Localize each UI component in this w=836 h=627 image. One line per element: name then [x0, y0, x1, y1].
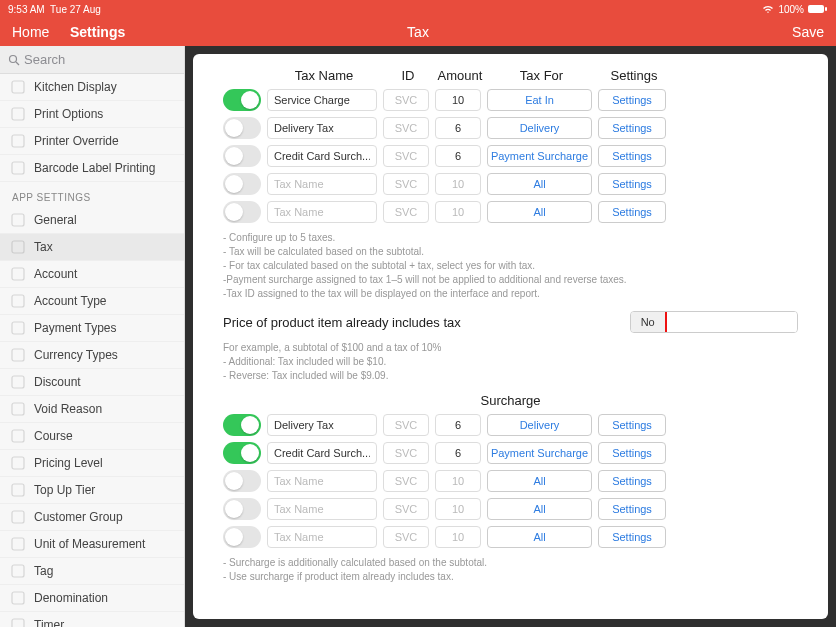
sidebar-item[interactable]: Denomination: [0, 585, 184, 612]
tax-toggle[interactable]: [223, 442, 261, 464]
sidebar-item[interactable]: Customer Group: [0, 504, 184, 531]
sidebar-item[interactable]: Printer Override: [0, 128, 184, 155]
sidebar-item[interactable]: Kitchen Display: [0, 74, 184, 101]
tax-settings-button[interactable]: Settings: [598, 470, 666, 492]
search-placeholder: Search: [24, 52, 65, 67]
sidebar-item-label: Discount: [34, 375, 81, 389]
tax-toggle[interactable]: [223, 498, 261, 520]
tax-id-input[interactable]: [383, 173, 429, 195]
tax-name-input[interactable]: [267, 89, 377, 111]
tax-amount-input[interactable]: [435, 89, 481, 111]
sidebar-item[interactable]: Account Type: [0, 288, 184, 315]
sidebar-item[interactable]: Pricing Level: [0, 450, 184, 477]
svg-rect-0: [808, 5, 824, 13]
segment-option[interactable]: Additional: [666, 312, 735, 332]
tax-toggle[interactable]: [223, 89, 261, 111]
svg-rect-13: [12, 349, 24, 361]
header-amount: Amount: [437, 68, 483, 83]
tax-settings-button[interactable]: Settings: [598, 173, 666, 195]
svg-rect-12: [12, 322, 24, 334]
tax-for-button[interactable]: All: [487, 173, 592, 195]
tax-id-input[interactable]: [383, 414, 429, 436]
tax-settings-button[interactable]: Settings: [598, 414, 666, 436]
segment-option[interactable]: Reverse: [735, 312, 797, 332]
tax-toggle[interactable]: [223, 414, 261, 436]
tax-settings-button[interactable]: Settings: [598, 89, 666, 111]
tax-panel: Tax Name ID Amount Tax For Settings Eat …: [193, 54, 828, 619]
tax-id-input[interactable]: [383, 442, 429, 464]
svg-rect-16: [12, 430, 24, 442]
tax-settings-button[interactable]: Settings: [598, 442, 666, 464]
tax-name-input[interactable]: [267, 414, 377, 436]
tax-name-input[interactable]: [267, 526, 377, 548]
tax-toggle[interactable]: [223, 201, 261, 223]
tax-toggle[interactable]: [223, 470, 261, 492]
tax-id-input[interactable]: [383, 470, 429, 492]
svg-rect-19: [12, 511, 24, 523]
tax-id-input[interactable]: [383, 201, 429, 223]
tax-for-button[interactable]: All: [487, 498, 592, 520]
tax-name-input[interactable]: [267, 498, 377, 520]
tax-for-button[interactable]: All: [487, 470, 592, 492]
sidebar-item[interactable]: Top Up Tier: [0, 477, 184, 504]
tax-for-button[interactable]: Delivery: [487, 117, 592, 139]
sidebar-item[interactable]: Discount: [0, 369, 184, 396]
tax-id-input[interactable]: [383, 117, 429, 139]
tax-for-button[interactable]: Payment Surcharge: [487, 145, 592, 167]
price-mode-segment[interactable]: NoAdditionalReverse: [630, 311, 798, 333]
tax-settings-button[interactable]: Settings: [598, 145, 666, 167]
tax-toggle[interactable]: [223, 526, 261, 548]
save-button[interactable]: Save: [792, 24, 824, 40]
tax-amount-input[interactable]: [435, 442, 481, 464]
tax-amount-input[interactable]: [435, 414, 481, 436]
tax-for-button[interactable]: All: [487, 201, 592, 223]
tax-settings-button[interactable]: Settings: [598, 526, 666, 548]
tax-id-input[interactable]: [383, 498, 429, 520]
tax-name-input[interactable]: [267, 442, 377, 464]
tax-amount-input[interactable]: [435, 201, 481, 223]
sidebar-item[interactable]: Tag: [0, 558, 184, 585]
sidebar-item[interactable]: General: [0, 207, 184, 234]
tax-name-input[interactable]: [267, 173, 377, 195]
tax-settings-button[interactable]: Settings: [598, 117, 666, 139]
search-input[interactable]: Search: [0, 46, 184, 74]
tax-for-button[interactable]: Payment Surcharge: [487, 442, 592, 464]
tax-name-input[interactable]: [267, 201, 377, 223]
sidebar-item[interactable]: Currency Types: [0, 342, 184, 369]
tax-row: AllSettings: [223, 173, 798, 195]
tax-settings-button[interactable]: Settings: [598, 498, 666, 520]
tax-settings-button[interactable]: Settings: [598, 201, 666, 223]
tax-amount-input[interactable]: [435, 117, 481, 139]
sidebar-item[interactable]: Timer: [0, 612, 184, 627]
sidebar-item[interactable]: Void Reason: [0, 396, 184, 423]
tax-id-input[interactable]: [383, 526, 429, 548]
tax-row: Payment SurchargeSettings: [223, 442, 798, 464]
tax-toggle[interactable]: [223, 117, 261, 139]
sidebar-item[interactable]: Unit of Measurement: [0, 531, 184, 558]
tax-for-button[interactable]: Eat In: [487, 89, 592, 111]
tax-for-button[interactable]: All: [487, 526, 592, 548]
tax-amount-input[interactable]: [435, 526, 481, 548]
tax-amount-input[interactable]: [435, 173, 481, 195]
sidebar-item[interactable]: Account: [0, 261, 184, 288]
page-title: Tax: [407, 24, 429, 40]
sidebar-item[interactable]: Course: [0, 423, 184, 450]
tax-amount-input[interactable]: [435, 470, 481, 492]
sidebar-item[interactable]: Tax: [0, 234, 184, 261]
tax-for-button[interactable]: Delivery: [487, 414, 592, 436]
sidebar-item[interactable]: Payment Types: [0, 315, 184, 342]
tax-toggle[interactable]: [223, 145, 261, 167]
tax-name-input[interactable]: [267, 117, 377, 139]
tax-name-input[interactable]: [267, 145, 377, 167]
tax-id-input[interactable]: [383, 89, 429, 111]
tax-toggle[interactable]: [223, 173, 261, 195]
tax-id-input[interactable]: [383, 145, 429, 167]
segment-option[interactable]: No: [631, 312, 666, 332]
sidebar-item[interactable]: Barcode Label Printing: [0, 155, 184, 182]
tax-name-input[interactable]: [267, 470, 377, 492]
sidebar-item-label: Course: [34, 429, 73, 443]
home-button[interactable]: Home: [12, 24, 49, 40]
tax-amount-input[interactable]: [435, 498, 481, 520]
tax-amount-input[interactable]: [435, 145, 481, 167]
sidebar-item[interactable]: Print Options: [0, 101, 184, 128]
